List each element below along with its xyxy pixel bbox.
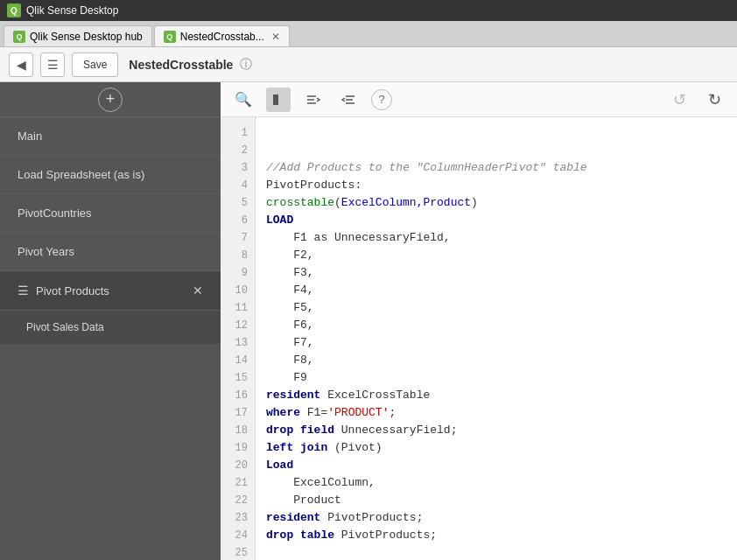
app-icon: Q [7, 4, 21, 18]
back-button[interactable]: ◀ [9, 52, 33, 77]
line-num-16: 16 [221, 387, 255, 404]
code-content[interactable]: //Add Products to the "ColumnHeaderPivot… [256, 117, 737, 560]
code-line-11: F6, [266, 317, 726, 334]
pivot-products-left: ☰ Pivot Products [18, 284, 109, 298]
code-line-5: LOAD [266, 212, 726, 229]
hamburger-icon: ☰ [18, 284, 29, 298]
code-line-12: F7, [266, 334, 726, 352]
add-section-button[interactable]: + [98, 88, 123, 112]
code-line-15: resident ExcelCrossTable [266, 387, 726, 404]
line-num-10: 10 [221, 282, 255, 299]
line-num-11: 11 [221, 299, 255, 317]
line-num-14: 14 [221, 352, 255, 369]
code-line-18: drop field UnnecessaryField; [266, 422, 726, 439]
sidebar-item-pivot-products-label: Pivot Products [36, 284, 109, 298]
code-line-4: crosstable(ExcelColumn,Product) [266, 194, 726, 212]
help-button[interactable]: ? [371, 89, 392, 110]
tab-nested[interactable]: Q NestedCrosstab... ✕ [154, 25, 290, 46]
code-line-7: F2, [266, 247, 726, 264]
tab-hub-icon: Q [13, 31, 25, 43]
indent-right-button[interactable] [301, 88, 326, 112]
line-num-15: 15 [221, 369, 255, 387]
code-line-9: F4, [266, 282, 726, 299]
sidebar-item-main[interactable]: Main [0, 117, 221, 156]
indent-left-button[interactable] [336, 88, 361, 112]
redo-button[interactable]: ↻ [702, 88, 726, 112]
code-line-16: where F1='PRODUCT'; [266, 404, 726, 422]
sidebar-item-pivot-countries[interactable]: PivotCountries [0, 194, 221, 233]
line-num-23: 23 [221, 509, 255, 527]
line-num-19: 19 [221, 439, 255, 457]
sidebar-item-pivot-products[interactable]: ☰ Pivot Products ✕ [0, 271, 221, 311]
line-num-6: 6 [221, 212, 255, 229]
tab-hub[interactable]: Q Qlik Sense Desktop hub [4, 25, 152, 46]
tab-nested-label: NestedCrosstab... [180, 31, 264, 43]
line-num-13: 13 [221, 334, 255, 352]
line-num-2: 2 [221, 142, 255, 159]
sidebar-item-load-spreadsheet[interactable]: Load Spreadsheet (as is) [0, 156, 221, 194]
info-icon[interactable]: ⓘ [240, 57, 252, 73]
code-line-14: F9 [266, 369, 726, 387]
menu-button[interactable]: ☰ [40, 52, 65, 77]
app-title: NestedCrosstable [129, 58, 233, 72]
line-num-25: 25 [221, 544, 255, 560]
line-num-21: 21 [221, 474, 255, 492]
line-num-3: 3 [221, 159, 255, 177]
code-line-10: F5, [266, 299, 726, 317]
line-num-5: 5 [221, 194, 255, 212]
line-num-4: 4 [221, 177, 255, 194]
undo-button[interactable]: ↺ [667, 88, 691, 112]
line-num-18: 18 [221, 422, 255, 439]
editor-toolbar: 🔍 ? ↺ [221, 82, 737, 117]
sidebar-header: + [0, 82, 221, 117]
line-num-12: 12 [221, 317, 255, 334]
code-toggle-button[interactable] [266, 88, 291, 112]
tab-nested-close[interactable]: ✕ [271, 31, 280, 43]
sidebar: + Main Load Spreadsheet (as is) PivotCou… [0, 82, 221, 560]
code-line-21: Load [266, 457, 726, 474]
pivot-products-close-icon[interactable]: ✕ [193, 284, 203, 298]
svg-rect-0 [273, 94, 278, 105]
code-area[interactable]: 1234567891011121314151617181920212223242… [221, 117, 737, 560]
code-line-22: ExcelColumn, [266, 474, 726, 492]
line-num-1: 1 [221, 124, 255, 142]
sidebar-item-pivot-sales-data[interactable]: Pivot Sales Data [0, 311, 221, 344]
code-line-23: Product [266, 492, 726, 509]
main-layout: + Main Load Spreadsheet (as is) PivotCou… [0, 82, 737, 560]
line-num-20: 20 [221, 457, 255, 474]
line-numbers: 1234567891011121314151617181920212223242… [221, 117, 256, 560]
line-num-17: 17 [221, 404, 255, 422]
code-line-6: F1 as UnnecessaryField, [266, 229, 726, 247]
tab-nested-icon: Q [164, 31, 176, 43]
code-line-8: F3, [266, 264, 726, 282]
tab-hub-label: Qlik Sense Desktop hub [30, 31, 143, 43]
line-num-9: 9 [221, 264, 255, 282]
line-num-24: 24 [221, 527, 255, 544]
toolbar: ◀ ☰ Save NestedCrosstable ⓘ [0, 47, 737, 82]
code-line-3: PivotProducts: [266, 177, 726, 194]
titlebar-title: Qlik Sense Desktop [26, 4, 118, 17]
code-line-13: F8, [266, 352, 726, 369]
sidebar-item-pivot-years[interactable]: Pivot Years [0, 233, 221, 271]
code-line-26: drop table PivotProducts; [266, 527, 726, 544]
search-button[interactable]: 🔍 [231, 88, 256, 112]
code-line-24: resident PivotProducts; [266, 509, 726, 527]
tabbar: Q Qlik Sense Desktop hub Q NestedCrossta… [0, 21, 737, 47]
save-button[interactable]: Save [72, 52, 118, 77]
line-num-22: 22 [221, 492, 255, 509]
editor: 🔍 ? ↺ [221, 82, 737, 560]
titlebar: Q Qlik Sense Desktop [0, 0, 737, 21]
line-num-8: 8 [221, 247, 255, 264]
code-line-20: left join (Pivot) [266, 439, 726, 457]
code-line-1: //Add Products to the "ColumnHeaderPivot… [266, 159, 726, 177]
line-num-7: 7 [221, 229, 255, 247]
